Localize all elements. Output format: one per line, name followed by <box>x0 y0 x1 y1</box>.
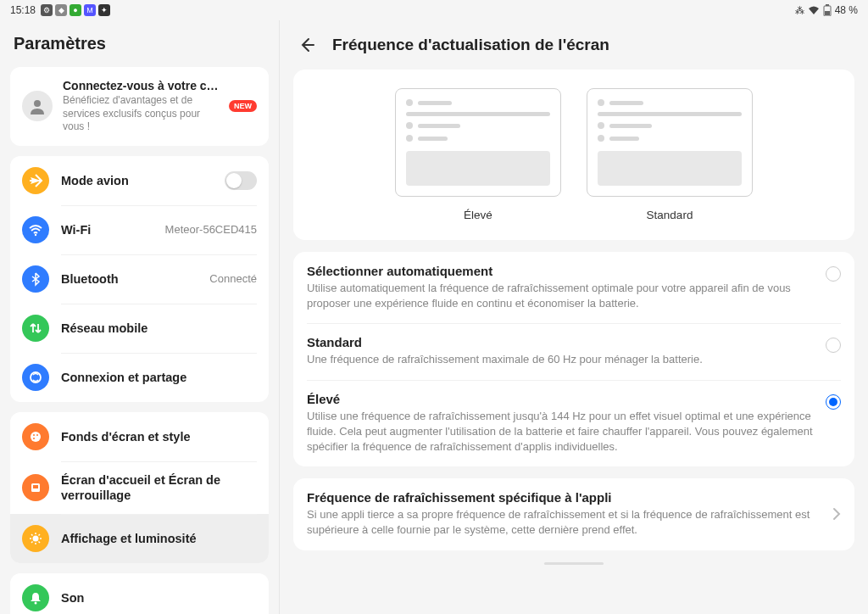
settings-sidebar[interactable]: Paramètres Connectez-vous à votre co… Bé… <box>0 20 280 614</box>
radio-auto[interactable] <box>826 266 841 282</box>
sidebar-item-display[interactable]: Affichage et luminosité <box>10 514 269 563</box>
svg-point-12 <box>33 536 39 542</box>
option-auto[interactable]: Sélectionner automatiquement Utilise aut… <box>293 252 854 323</box>
scroll-indicator <box>544 562 604 565</box>
svg-line-19 <box>31 542 33 544</box>
sidebar-item-label: Écran d'accueil et Écran de verrouillage <box>61 472 257 503</box>
bluetooth-value: Connecté <box>209 272 257 285</box>
preview-card: Élevé Standard <box>293 70 854 240</box>
palette-icon <box>22 423 49 450</box>
app-icon-3: M <box>84 4 96 16</box>
preview-standard[interactable]: Standard <box>587 88 753 221</box>
airplane-icon <box>22 167 49 194</box>
bluetooth-status-icon: ⁂ <box>795 5 804 16</box>
sidebar-item-label: Affichage et luminosité <box>61 531 257 546</box>
sidebar-item-homescreen[interactable]: Écran d'accueil et Écran de verrouillage <box>10 461 269 514</box>
battery-icon <box>823 4 832 16</box>
app-specific-card: Fréquence de rafraîchissement spécifique… <box>293 478 854 550</box>
back-button[interactable] <box>298 36 315 53</box>
airplane-toggle[interactable] <box>225 171 257 190</box>
content-pane[interactable]: Fréquence d'actualisation de l'écran Éle… <box>280 20 868 614</box>
status-left: 15:18 ⚙ ◆ ● M ✦ <box>10 4 110 16</box>
share-icon <box>22 364 49 391</box>
bell-icon <box>22 584 49 611</box>
radio-high[interactable] <box>826 394 841 410</box>
sidebar-item-label: Mode avion <box>61 173 213 188</box>
sidebar-item-label: Fonds d'écran et style <box>61 429 257 444</box>
svg-point-21 <box>35 602 37 605</box>
wifi-value: Meteor-56CED415 <box>165 223 257 236</box>
page-title: Fréquence d'actualisation de l'écran <box>332 36 609 54</box>
status-app-icons: ⚙ ◆ ● M ✦ <box>41 4 110 16</box>
shield-icon: ✦ <box>98 4 110 16</box>
battery-percent: 48 % <box>835 4 858 16</box>
home-icon <box>22 474 49 501</box>
preview-label-standard: Standard <box>647 209 693 221</box>
refresh-options: Sélectionner automatiquement Utilise aut… <box>293 252 854 466</box>
svg-rect-11 <box>33 485 38 488</box>
sidebar-item-airplane[interactable]: Mode avion <box>10 156 269 205</box>
svg-line-18 <box>39 542 41 544</box>
app-specific-title: Fréquence de rafraîchissement spécifique… <box>307 490 821 505</box>
sun-icon <box>22 525 49 552</box>
sidebar-item-sound[interactable]: Son <box>10 573 269 614</box>
sidebar-item-label: Son <box>61 590 257 606</box>
sidebar-item-label: Wi-Fi <box>61 222 153 237</box>
preview-high[interactable]: Élevé <box>395 88 561 221</box>
sidebar-item-wifi[interactable]: Wi-Fi Meteor-56CED415 <box>10 205 269 254</box>
sidebar-item-label: Réseau mobile <box>61 321 257 336</box>
sidebar-item-label: Bluetooth <box>61 271 198 287</box>
content-header: Fréquence d'actualisation de l'écran <box>293 20 854 70</box>
cellular-icon <box>22 315 49 342</box>
app-icon-2: ● <box>70 4 81 16</box>
option-desc: Une fréquence de rafraîchissement maxima… <box>307 352 814 367</box>
sidebar-item-wallpaper[interactable]: Fonds d'écran et style <box>10 412 269 461</box>
preview-box-high <box>395 88 561 197</box>
status-bar: 15:18 ⚙ ◆ ● M ✦ ⁂ 48 % <box>0 0 868 20</box>
chevron-right-icon <box>832 507 841 521</box>
svg-point-7 <box>33 434 35 436</box>
status-time: 15:18 <box>10 4 36 16</box>
sidebar-item-cellular[interactable]: Réseau mobile <box>10 304 269 353</box>
gear-icon: ⚙ <box>41 4 53 16</box>
account-card[interactable]: Connectez-vous à votre co… Bénéficiez d'… <box>10 67 269 146</box>
preview-box-standard <box>587 88 753 197</box>
avatar-icon <box>22 91 53 121</box>
account-title: Connectez-vous à votre co… <box>63 79 219 92</box>
sidebar-item-label: Connexion et partage <box>61 370 257 385</box>
wifi-status-icon <box>808 5 820 15</box>
svg-rect-2 <box>825 11 830 15</box>
sound-group: Son Notifications et barre d'état <box>10 573 269 614</box>
account-subtitle: Bénéficiez d'avantages et de services ex… <box>63 94 219 134</box>
option-desc: Utilise automatiquement la fréquence de … <box>307 281 814 311</box>
option-title: Sélectionner automatiquement <box>307 264 814 278</box>
option-desc: Utilise une fréquence de rafraîchissemen… <box>307 409 814 455</box>
bluetooth-icon <box>22 265 49 293</box>
radio-standard[interactable] <box>826 338 841 353</box>
display-group: Fonds d'écran et style Écran d'accueil e… <box>10 412 269 563</box>
sidebar-title: Paramètres <box>10 27 269 67</box>
new-badge: NEW <box>229 100 257 112</box>
sidebar-item-bluetooth[interactable]: Bluetooth Connecté <box>10 254 269 304</box>
svg-point-9 <box>33 438 35 439</box>
sidebar-item-share[interactable]: Connexion et partage <box>10 353 269 402</box>
svg-point-6 <box>31 432 41 442</box>
svg-point-4 <box>35 234 36 236</box>
option-standard[interactable]: Standard Une fréquence de rafraîchisseme… <box>293 323 854 379</box>
option-title: Standard <box>307 335 814 349</box>
app-icon-1: ◆ <box>55 4 67 16</box>
svg-line-20 <box>39 534 41 536</box>
option-high[interactable]: Élevé Utilise une fréquence de rafraîchi… <box>293 380 854 467</box>
svg-line-17 <box>31 534 33 536</box>
app-specific-desc: Si une appli tierce a sa propre fréquenc… <box>307 507 821 538</box>
svg-point-8 <box>36 434 38 436</box>
wifi-icon <box>22 216 49 243</box>
app-specific-row[interactable]: Fréquence de rafraîchissement spécifique… <box>293 478 854 550</box>
status-right: ⁂ 48 % <box>795 4 858 16</box>
option-title: Élevé <box>307 392 814 406</box>
svg-point-3 <box>34 100 41 107</box>
preview-label-high: Élevé <box>464 209 492 221</box>
connectivity-group: Mode avion Wi-Fi Meteor-56CED415 Bluetoo… <box>10 156 269 402</box>
